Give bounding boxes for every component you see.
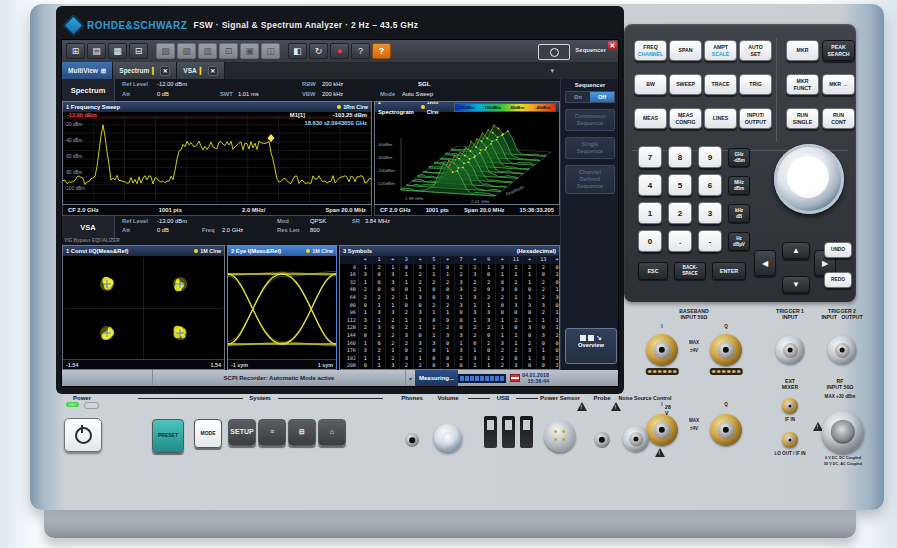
- mhz-key[interactable]: MHzdBm: [728, 176, 750, 195]
- key-7[interactable]: 7: [638, 146, 662, 168]
- window1-header[interactable]: 1 Frequency Sweep 1Rm Clrw: [63, 102, 371, 112]
- ghz-key[interactable]: GHz-dBm: [728, 148, 750, 167]
- key-6[interactable]: 6: [698, 174, 722, 196]
- esc-key[interactable]: ESC: [638, 262, 668, 280]
- key-3[interactable]: 3: [698, 202, 722, 224]
- status-dropdown-icon[interactable]: ▾: [406, 375, 415, 382]
- trace-key[interactable]: TRACE: [704, 74, 737, 95]
- freq-channel-key[interactable]: FREQCHANNEL: [634, 40, 667, 61]
- constellation-window[interactable]: 1 Const I/Q(Meas&Ref) 1M Clrw -1.54 1.54: [62, 245, 225, 370]
- run-cont-key[interactable]: RUNCONT: [822, 108, 855, 129]
- key-5[interactable]: 5: [668, 174, 692, 196]
- volume-knob[interactable]: [434, 424, 462, 452]
- key-8[interactable]: 8: [668, 146, 692, 168]
- zoom-tool-icon[interactable]: ⊡: [219, 43, 238, 59]
- att-value[interactable]: 0 dB: [157, 91, 169, 97]
- frequency-sweep-window[interactable]: 1 Frequency Sweep 1Rm Clrw -12.00 dBm M1…: [62, 101, 372, 205]
- spectrogram-window[interactable]: 2 Spectrogram 1Rm Clrw -120dBm-100dBm-80…: [374, 101, 560, 205]
- refresh-icon[interactable]: ↻: [309, 43, 328, 59]
- khz-key[interactable]: kHzdB: [728, 204, 750, 223]
- print-key[interactable]: ≡: [258, 419, 286, 446]
- phones-jack[interactable]: [405, 433, 419, 447]
- open-file-icon[interactable]: ▤: [87, 43, 106, 59]
- lines-key[interactable]: LINES: [704, 108, 737, 129]
- eye-diagram-window[interactable]: 2 Eye I(Meas&Ref) 1M Clrw -1 sym 1 sym: [227, 245, 337, 370]
- power-button[interactable]: [64, 418, 102, 452]
- hz-key[interactable]: HzdBµV: [728, 232, 750, 251]
- vsa2-header[interactable]: 2 Eye I(Meas&Ref) 1M Clrw: [228, 246, 336, 256]
- softkey-single[interactable]: SingleSequence: [565, 137, 615, 159]
- baseband-i-connector[interactable]: [646, 334, 678, 366]
- scpi-record-icon[interactable]: ●: [330, 43, 349, 59]
- key-0[interactable]: 0: [638, 230, 662, 252]
- vbw-value[interactable]: 200 kHz: [322, 91, 343, 97]
- run-single-key[interactable]: RUNSINGLE: [786, 108, 819, 129]
- meas-config-key[interactable]: MEASCONFIG: [669, 108, 702, 129]
- preset-key[interactable]: PRESET: [152, 419, 184, 453]
- close-icon[interactable]: ✕: [608, 41, 617, 50]
- tab-vsa[interactable]: VSA ▎ ✕: [177, 62, 224, 79]
- tab-spectrum[interactable]: Spectrum ▎ ✕: [113, 62, 177, 79]
- symbols-window[interactable]: 3 Symbols (Hexadecimal) +1+3+5+7+9+11+13…: [339, 245, 560, 370]
- spectrum-channel-name[interactable]: Spectrum: [62, 79, 115, 101]
- usb-port-2[interactable]: [502, 416, 515, 448]
- vsa-channel-name[interactable]: VSA: [62, 216, 115, 238]
- print-icon[interactable]: ⊟: [129, 43, 148, 59]
- trace-tool-icon[interactable]: ▧: [156, 43, 175, 59]
- sequencer-off-option[interactable]: Off: [590, 92, 614, 102]
- auto-set-key[interactable]: AUTOSET: [739, 40, 772, 61]
- keyboard-key[interactable]: ⌂: [318, 419, 346, 446]
- arrow-down-key[interactable]: ▼: [782, 276, 810, 293]
- backspace-key[interactable]: BACK-SPACE: [674, 262, 706, 280]
- peak-search-key[interactable]: PEAKSEARCH: [822, 40, 855, 61]
- symbols-table[interactable]: +1+3+5+7+9+11+13+15▲01210310221312203163…: [340, 256, 559, 370]
- sequencer-toggle[interactable]: On Off: [565, 91, 615, 103]
- trig-key[interactable]: TRIG: [739, 74, 772, 95]
- lines-tool-icon[interactable]: ▨: [177, 43, 196, 59]
- key-2[interactable]: 2: [668, 202, 692, 224]
- key-minus[interactable]: -: [698, 230, 722, 252]
- arrow-left-key[interactable]: ◀: [754, 250, 776, 276]
- ext-mixer-lo-out-connector[interactable]: [782, 432, 798, 448]
- softkey-continuous[interactable]: ContinuousSequence: [565, 109, 615, 131]
- vsa-ref-level-value[interactable]: -13.00 dBm: [157, 218, 187, 224]
- vsa-reslen-value[interactable]: 800: [310, 227, 320, 233]
- overview-button[interactable]: ↘ Overview: [565, 328, 617, 364]
- tab-close-icon[interactable]: ✕: [160, 66, 170, 76]
- sweep-points[interactable]: 1001 pts: [426, 207, 449, 213]
- meas-key[interactable]: MEAS: [634, 108, 667, 129]
- save-icon[interactable]: ▦: [108, 43, 127, 59]
- ampt-scale-key[interactable]: AMPTSCALE: [704, 40, 737, 61]
- redo-key[interactable]: REDO: [824, 272, 852, 288]
- key-4[interactable]: 4: [638, 174, 662, 196]
- window-layout-icon[interactable]: ⊞: [66, 43, 85, 59]
- key-1[interactable]: 1: [638, 202, 662, 224]
- center-frequency[interactable]: CF 2.0 GHz: [380, 207, 411, 213]
- sweep-key[interactable]: SWEEP: [669, 74, 702, 95]
- swt-value[interactable]: 1.01 ms: [238, 91, 259, 97]
- sweep-points[interactable]: 1001 pts: [159, 207, 182, 213]
- rf-input-connector[interactable]: [822, 411, 864, 453]
- ref-level-value[interactable]: -12.00 dBm: [157, 81, 187, 87]
- trigger1-connector[interactable]: [776, 336, 805, 365]
- screenshot-button[interactable]: [538, 44, 570, 60]
- span-key[interactable]: SPAN: [669, 40, 702, 61]
- window2-header[interactable]: 2 Spectrogram 1Rm Clrw -120dBm-100dBm-80…: [375, 102, 559, 112]
- key-dot[interactable]: .: [668, 230, 692, 252]
- usb-port-1[interactable]: [484, 416, 497, 448]
- help-icon[interactable]: ?: [372, 43, 391, 59]
- marker-tool-icon[interactable]: ▥: [198, 43, 217, 59]
- usb-port-3[interactable]: [520, 416, 533, 448]
- baseband-q-connector[interactable]: [710, 334, 742, 366]
- help-pointer-icon[interactable]: ?: [351, 43, 370, 59]
- tab-dropdown-icon[interactable]: ▾: [550, 67, 618, 75]
- trigger2-connector[interactable]: [828, 336, 857, 365]
- mkr-funct-key[interactable]: MKRFUNCT: [786, 74, 819, 95]
- vsa1-header[interactable]: 1 Const I/Q(Meas&Ref) 1M Clrw: [63, 246, 224, 256]
- mode-value[interactable]: Auto Sweep: [402, 91, 433, 97]
- mkr-key[interactable]: MKR: [786, 40, 819, 61]
- scpi-recorder-status[interactable]: SCPI Recorder: Automatic Mode active: [152, 370, 406, 386]
- vsa-freq-value[interactable]: 2.0 GHz: [222, 227, 243, 233]
- mkr-to-key[interactable]: MKR →: [822, 74, 855, 95]
- split-screen-key[interactable]: ⊟: [288, 419, 316, 446]
